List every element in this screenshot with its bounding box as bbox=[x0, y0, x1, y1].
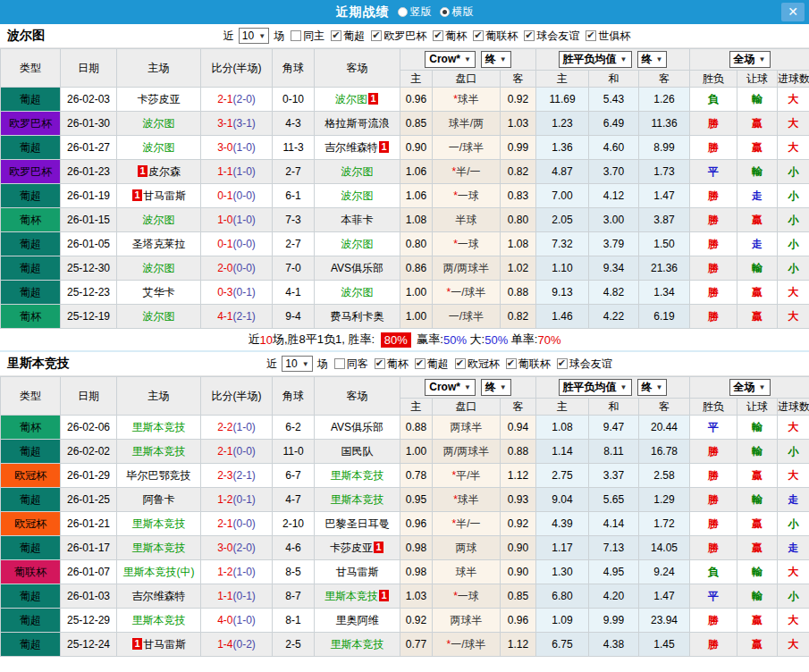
mean-draw-cell: 7.13 bbox=[589, 536, 639, 560]
mean-home-cell: 2.05 bbox=[536, 208, 589, 232]
close-icon[interactable]: ✕ bbox=[781, 3, 805, 21]
col-header-date: 日期 bbox=[61, 377, 117, 416]
home-team-cell: 里斯本竞技 bbox=[117, 512, 201, 536]
halftime-score: (0-2) bbox=[233, 638, 256, 651]
handicap-result-cell: 贏 bbox=[737, 208, 778, 232]
handicap-text: 两球 bbox=[456, 542, 477, 554]
league-filter-checkbox[interactable] bbox=[586, 30, 596, 41]
handicap-cell: 两/两球半 bbox=[433, 256, 501, 281]
horizontal-layout-radio[interactable] bbox=[440, 7, 450, 17]
away-team-cell: 卡莎皮亚1 bbox=[315, 536, 400, 560]
summary-segment: 大: bbox=[467, 332, 485, 348]
final-select[interactable]: 终 bbox=[637, 51, 668, 68]
fulltime-score: 1-1 bbox=[217, 590, 232, 602]
mean-group-header: 胜平负均值终 bbox=[536, 49, 690, 71]
league-filter-checkbox[interactable] bbox=[433, 30, 443, 41]
result-cell: 勝 bbox=[690, 440, 737, 464]
dialog-title: 近期战绩 bbox=[336, 4, 390, 21]
odds-home-cell: 0.96 bbox=[400, 88, 433, 112]
score-cell: 1-2(1-0) bbox=[201, 560, 273, 584]
final-select[interactable]: 终 bbox=[481, 379, 511, 396]
league-filter-checkbox[interactable] bbox=[455, 358, 466, 369]
league-badge: 葡超 bbox=[1, 633, 61, 657]
goals-cell: 小 bbox=[778, 184, 809, 208]
date-cell: 26-02-03 bbox=[61, 88, 117, 112]
col-header-odds-home: 主 bbox=[400, 71, 433, 88]
halftime-score: (0-0) bbox=[233, 517, 256, 530]
table-row: 葡超26-01-25阿鲁卡1-2(0-1)4-7里斯本竞技0.95*球半0.93… bbox=[1, 488, 809, 512]
goals-cell: 大 bbox=[778, 136, 809, 160]
mean-away-cell: 8.99 bbox=[639, 136, 690, 160]
league-badge: 葡杯 bbox=[1, 305, 61, 329]
league-filter-checkbox[interactable] bbox=[331, 30, 341, 41]
same-venue-checkbox[interactable] bbox=[291, 30, 301, 41]
corner-cell: 8-7 bbox=[273, 584, 315, 609]
mean-draw-cell: 5.43 bbox=[589, 88, 639, 112]
final-select[interactable]: 终 bbox=[637, 379, 668, 396]
bookmaker-select[interactable]: Crow* bbox=[425, 379, 476, 396]
odds-home-cell: 0.98 bbox=[400, 560, 433, 584]
mean-home-cell: 6.80 bbox=[536, 584, 589, 609]
handicap-text: 一/球半 bbox=[451, 638, 485, 651]
mean-select[interactable]: 胜平负均值 bbox=[559, 379, 632, 396]
col-header-type: 类型 bbox=[1, 377, 61, 416]
table-row: 欧罗巴杯26-01-30波尔图3-1(3-1)4-3格拉斯哥流浪0.85球半/两… bbox=[1, 112, 809, 136]
result-cell: 勝 bbox=[690, 208, 737, 232]
league-filter-checkbox[interactable] bbox=[371, 30, 382, 41]
team-name-text: 波尔图 bbox=[341, 238, 374, 250]
col-header-goals: 进球数 bbox=[778, 399, 809, 416]
handicap-text: 两/两球半 bbox=[443, 262, 489, 274]
vertical-layout-radio[interactable] bbox=[398, 7, 408, 17]
handicap-text: 半/一 bbox=[456, 165, 480, 178]
goals-cell: 小 bbox=[778, 232, 809, 256]
league-filter-checkbox[interactable] bbox=[415, 358, 426, 369]
league-badge: 葡超 bbox=[1, 136, 61, 160]
team-name-text: 波尔图 bbox=[341, 286, 374, 298]
same-venue-checkbox[interactable] bbox=[334, 358, 345, 369]
score-cell: 2-2(1-0) bbox=[201, 416, 273, 440]
scope-select[interactable]: 全场 bbox=[729, 51, 771, 68]
col-header-mean-home: 主 bbox=[536, 71, 589, 88]
handicap-text: 两球半 bbox=[451, 614, 483, 626]
team-name-text: 甘马雷斯 bbox=[143, 638, 186, 651]
away-team-cell: 甘马雷斯 bbox=[315, 560, 400, 584]
vertical-layout-label[interactable]: 竖版 bbox=[410, 4, 432, 20]
league-filter-checkbox[interactable] bbox=[375, 358, 385, 369]
league-filter-checkbox[interactable] bbox=[506, 358, 517, 369]
filters-bar: 近10场同客葡杯葡超欧冠杯葡联杯球会友谊 bbox=[70, 356, 809, 372]
summary-segment: 50% bbox=[443, 333, 467, 347]
score-cell: 4-1(2-1) bbox=[201, 305, 273, 329]
league-filter-checkbox[interactable] bbox=[473, 30, 484, 41]
league-filter-checkbox[interactable] bbox=[557, 358, 568, 369]
away-team-cell: AVS俱乐部 bbox=[315, 416, 400, 440]
halftime-score: (1-0) bbox=[233, 214, 256, 226]
fulltime-score: 1-2 bbox=[217, 566, 232, 578]
home-team-cell: 波尔图 bbox=[117, 112, 201, 136]
date-cell: 26-01-30 bbox=[61, 112, 117, 136]
final-select[interactable]: 终 bbox=[481, 51, 511, 68]
match-count-select[interactable]: 10 bbox=[239, 28, 269, 44]
fulltime-score: 4-1 bbox=[217, 310, 232, 323]
col-header-away: 客场 bbox=[315, 377, 400, 416]
result-cell: 勝 bbox=[690, 305, 737, 329]
score-cell: 0-1(0-0) bbox=[201, 232, 273, 256]
league-filter-checkbox[interactable] bbox=[524, 30, 535, 41]
bookmaker-select[interactable]: Crow* bbox=[425, 51, 476, 68]
halftime-score: (0-1) bbox=[233, 286, 256, 298]
team-name-text: 吉尔维森特 bbox=[132, 590, 186, 602]
team-name-text: 费马利卡奥 bbox=[331, 310, 384, 323]
halftime-score: (3-1) bbox=[233, 117, 256, 130]
match-count-select[interactable]: 10 bbox=[282, 356, 312, 372]
scope-select[interactable]: 全场 bbox=[729, 379, 771, 396]
date-cell: 26-02-02 bbox=[61, 440, 117, 464]
mean-select[interactable]: 胜平负均值 bbox=[559, 51, 632, 68]
results-table: 类型日期主场比分(半场)角球客场Crow*终胜平负均值终全场主盘口客主和客胜负让… bbox=[0, 376, 809, 657]
result-cell: 勝 bbox=[690, 232, 737, 256]
mean-home-cell: 1.36 bbox=[536, 136, 589, 160]
handicap-text: 球半 bbox=[458, 93, 479, 105]
mean-away-cell: 9.24 bbox=[639, 560, 690, 584]
halftime-score: (0-0) bbox=[233, 189, 256, 202]
home-team-cell: 吉尔维森特 bbox=[117, 584, 201, 609]
handicap-text: 一/球半 bbox=[449, 141, 484, 154]
horizontal-layout-label[interactable]: 横版 bbox=[452, 4, 474, 20]
